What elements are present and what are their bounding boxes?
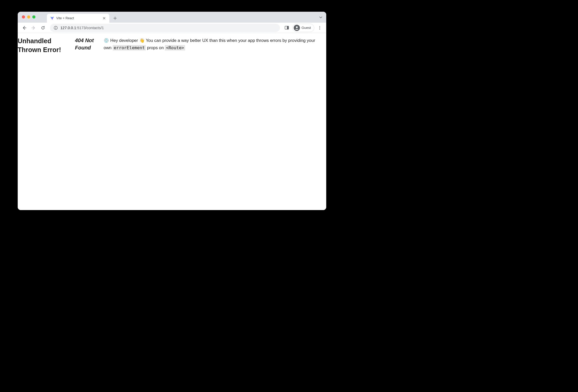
error-message: 💿 Hey developer 👋 You can provide a way … bbox=[104, 37, 326, 52]
svg-point-1 bbox=[55, 27, 56, 27]
person-icon bbox=[294, 25, 299, 30]
side-panel-button[interactable] bbox=[283, 24, 291, 32]
profile-label: Guest bbox=[301, 26, 311, 30]
svg-point-8 bbox=[319, 27, 320, 28]
plus-icon bbox=[113, 16, 117, 20]
back-button[interactable] bbox=[20, 24, 28, 32]
browser-toolbar: 127.0.0.1:5173/contacts/1 Guest bbox=[18, 23, 326, 33]
tabs-dropdown-button[interactable] bbox=[319, 15, 323, 20]
error-status: 404 Not Found bbox=[75, 37, 98, 51]
tab-title: Vite + React bbox=[56, 16, 100, 20]
profile-chip[interactable]: Guest bbox=[292, 24, 314, 32]
svg-point-9 bbox=[319, 29, 320, 29]
svg-rect-4 bbox=[287, 26, 289, 29]
svg-rect-2 bbox=[55, 28, 56, 29]
info-icon bbox=[54, 26, 58, 30]
forward-button[interactable] bbox=[30, 24, 37, 32]
error-msg-text: Hey developer bbox=[110, 38, 139, 43]
error-msg-text: props on bbox=[146, 45, 165, 50]
window-maximize-button[interactable] bbox=[32, 15, 35, 18]
window-minimize-button[interactable] bbox=[27, 15, 30, 18]
address-bar[interactable]: 127.0.0.1:5173/contacts/1 bbox=[50, 24, 280, 32]
arrow-left-icon bbox=[22, 26, 27, 30]
traffic-lights bbox=[22, 15, 35, 18]
reload-button[interactable] bbox=[39, 24, 47, 32]
url-host: 127.0.0.1 bbox=[60, 26, 76, 30]
page-content: Unhandled Thrown Error! 404 Not Found 💿 … bbox=[18, 33, 326, 210]
kebab-menu-icon bbox=[318, 26, 322, 30]
browser-window: Vite + React 127.0.0.1:5173/contacts/ bbox=[18, 12, 326, 210]
reload-icon bbox=[41, 26, 45, 30]
svg-point-7 bbox=[319, 26, 320, 27]
site-info-icon[interactable] bbox=[54, 26, 58, 30]
browser-tab[interactable]: Vite + React bbox=[47, 14, 109, 23]
chevron-down-icon bbox=[319, 15, 323, 19]
error-element-code: errorElement bbox=[113, 45, 146, 50]
tab-bar: Vite + React bbox=[18, 12, 326, 23]
wave-emoji-icon: 👋 bbox=[139, 38, 145, 43]
url-text: 127.0.0.1:5173/contacts/1 bbox=[60, 26, 104, 30]
arrow-right-icon bbox=[31, 26, 36, 30]
window-close-button[interactable] bbox=[22, 15, 25, 18]
svg-point-6 bbox=[296, 26, 298, 28]
close-icon bbox=[103, 17, 105, 20]
error-heading: Unhandled Thrown Error! bbox=[18, 37, 70, 54]
avatar-icon bbox=[294, 25, 300, 31]
browser-menu-button[interactable] bbox=[316, 24, 324, 32]
cd-emoji-icon: 💿 bbox=[104, 38, 109, 43]
tab-close-button[interactable] bbox=[102, 16, 106, 20]
route-code: <Route> bbox=[165, 45, 185, 50]
vite-favicon-icon bbox=[50, 16, 54, 20]
new-tab-button[interactable] bbox=[111, 15, 119, 22]
side-panel-icon bbox=[285, 26, 289, 30]
url-path: :5173/contacts/1 bbox=[76, 26, 104, 30]
